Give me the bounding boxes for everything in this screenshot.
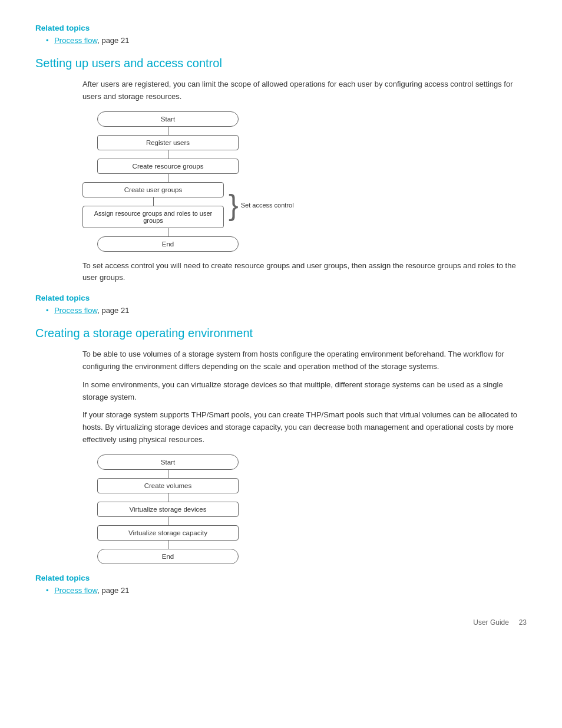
process-flow-page-1: , page 21 (97, 36, 129, 45)
related-topics-item-2: Process flow, page 21 (46, 306, 527, 315)
flow-start-1: Start (97, 111, 239, 127)
flow-connector-2a (168, 470, 168, 478)
related-topics-section-2: Related topics Process flow, page 21 (35, 294, 527, 315)
flow-step-create-volumes: Create volumes (97, 478, 239, 493)
section-storage-para1: To be able to use volumes of a storage s… (82, 348, 527, 373)
flow-step-assign-groups: Assign resource groups and roles to user… (82, 206, 224, 228)
process-flow-link-2[interactable]: Process flow (54, 306, 97, 315)
related-topics-section-1: Related topics Process flow, page 21 (35, 24, 527, 45)
flow-step-register: Register users (97, 135, 239, 150)
process-flow-link-3[interactable]: Process flow (54, 586, 97, 595)
flow-step-resource-groups: Create resource groups (97, 159, 239, 174)
flow-connector-1b (168, 150, 168, 159)
related-topics-heading-3: Related topics (35, 574, 527, 582)
flow-end-2: End (97, 549, 239, 564)
section-body-users: After users are registered, you can limi… (35, 78, 527, 284)
section-heading-users: Setting up users and access control (35, 57, 527, 70)
related-topics-heading-1: Related topics (35, 24, 527, 32)
flowchart-storage: Start Create volumes Virtualize storage … (82, 454, 253, 564)
flow-brace-label: } Set access control (229, 190, 294, 220)
related-topics-list-3: Process flow, page 21 (35, 586, 527, 595)
process-flow-link-1[interactable]: Process flow (54, 36, 97, 45)
flowchart-users: Start Register users Create resource gro… (82, 111, 253, 252)
related-topics-heading-2: Related topics (35, 294, 527, 302)
process-flow-page-3: , page 21 (97, 586, 129, 595)
flow-end-1: End (97, 236, 239, 252)
flow-start-2: Start (97, 454, 239, 470)
brace-char: } (229, 190, 239, 220)
flow-brace-boxes: Create user groups Assign resource group… (82, 182, 224, 228)
section-storage-para3: If your storage system supports THP/Smar… (82, 409, 527, 446)
section-users-para2: To set access control you will need to c… (82, 260, 527, 285)
flow-brace-group: Create user groups Assign resource group… (82, 182, 265, 228)
flow-step-user-groups: Create user groups (82, 182, 224, 197)
flow-connector-1d (153, 197, 154, 206)
flow-connector-2b (168, 493, 168, 502)
page-footer: User Guide 23 (35, 618, 527, 627)
related-topics-list-1: Process flow, page 21 (35, 36, 527, 45)
flow-step-virtualize-capacity: Virtualize storage capacity (97, 525, 239, 541)
section-storage-para2: In some environments, you can virtualize… (82, 379, 527, 404)
process-flow-page-2: , page 21 (97, 306, 129, 315)
related-topics-list-2: Process flow, page 21 (35, 306, 527, 315)
section-users-access-control: Setting up users and access control Afte… (35, 57, 527, 315)
flow-connector-1a (168, 127, 168, 135)
flow-brace-text: Set access control (241, 202, 294, 209)
section-heading-storage: Creating a storage operating environment (35, 327, 527, 340)
flow-step-virtualize-devices: Virtualize storage devices (97, 502, 239, 517)
related-topics-item-1: Process flow, page 21 (46, 36, 527, 45)
flow-connector-1e (168, 228, 168, 236)
related-topics-item-3: Process flow, page 21 (46, 586, 527, 595)
flow-connector-1c (168, 174, 168, 182)
section-body-storage: To be able to use volumes of a storage s… (35, 348, 527, 564)
footer-text: User Guide (473, 618, 509, 627)
related-topics-section-3: Related topics Process flow, page 21 (35, 574, 527, 595)
section-storage-env: Creating a storage operating environment… (35, 327, 527, 595)
section-users-para1: After users are registered, you can limi… (82, 78, 527, 103)
flow-connector-2d (168, 541, 168, 549)
footer-page: 23 (519, 618, 527, 627)
flow-connector-2c (168, 517, 168, 525)
